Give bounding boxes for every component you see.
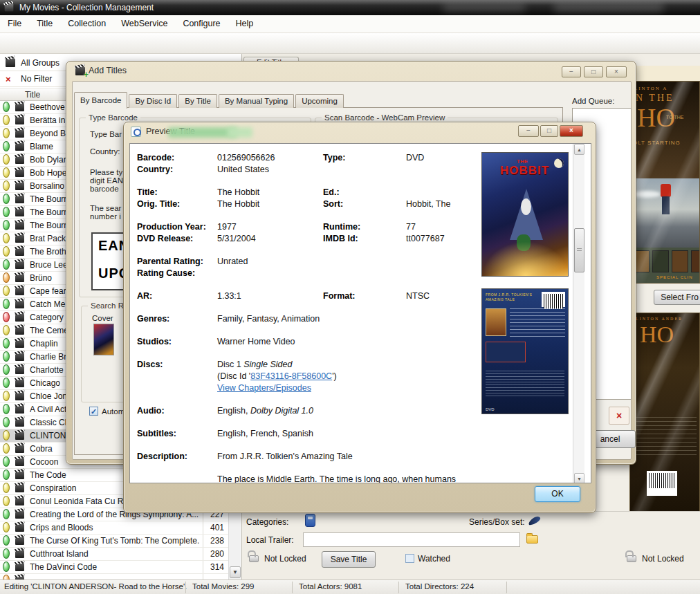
tab-by-title[interactable]: By Title	[178, 94, 217, 108]
clapperboard-icon	[15, 301, 24, 308]
categories-icon[interactable]	[305, 514, 315, 527]
list-item[interactable]: Cutthroat Island280	[0, 548, 228, 561]
lock-icon[interactable]	[627, 555, 636, 562]
scrollbar-thumb[interactable]	[574, 228, 584, 272]
tab-by-disc-id[interactable]: By Disc Id	[129, 94, 177, 108]
clapperboard-icon	[15, 196, 24, 203]
menu-help[interactable]: Help	[228, 15, 261, 33]
field-label: IMDB Id:	[323, 234, 358, 243]
watched-checkbox[interactable]	[405, 554, 414, 563]
clapperboard-icon	[15, 327, 24, 335]
maximize-icon[interactable]: □	[584, 66, 603, 77]
back-cover-image[interactable]: LINTON ANDER HO	[629, 313, 700, 526]
cover-photo	[672, 250, 688, 272]
cover-text: AMAZING TALE	[486, 297, 515, 301]
select-front-button[interactable]: Select Fro	[654, 290, 700, 305]
link[interactable]: View Chapters/Episodes	[217, 383, 311, 393]
menu-configure[interactable]: Configure	[175, 15, 228, 33]
front-cover-image[interactable]: LINTON A N THE HO TO THE OLT STARTING SP…	[629, 81, 700, 284]
remove-queue-item-button[interactable]: ×	[609, 407, 629, 425]
cover-text: TO THE	[666, 115, 683, 120]
field-value: 77	[406, 222, 416, 232]
search-hint-text: The searnumber i	[90, 204, 121, 221]
field-value: tt0077687	[406, 234, 445, 243]
cover-art	[482, 241, 569, 276]
field-value: Warner Home Video	[217, 337, 295, 346]
status-icon-yellow	[3, 522, 10, 532]
status-icon-green	[3, 509, 10, 519]
field-row: Barcode:012569056626Type:DVD	[130, 153, 479, 165]
scroll-down-icon[interactable]: ▼	[574, 473, 584, 483]
menu-file[interactable]: File	[0, 15, 29, 33]
field-value: View Chapters/Episodes	[217, 383, 311, 393]
search-result-cover-thumbnail[interactable]	[93, 324, 114, 355]
minimize-icon[interactable]: −	[562, 66, 581, 77]
minimize-icon[interactable]: −	[518, 125, 539, 137]
movie-title: The DaVinci Code	[30, 562, 199, 572]
clapperboard-icon	[15, 248, 24, 256]
field-value: 1.33:1	[217, 291, 241, 301]
status-icon-yellow	[3, 391, 10, 401]
clapperboard-icon	[15, 353, 24, 361]
field-row: AR:1.33:1Format:NTSC	[130, 291, 479, 303]
maximize-icon[interactable]: □	[540, 125, 558, 137]
clapperboard-icon	[15, 156, 24, 164]
lock-icon[interactable]	[249, 555, 259, 562]
field-value: The place is Middle Earth. The time is l…	[217, 474, 456, 483]
list-item[interactable]: Crips and Bloods401	[0, 521, 228, 535]
list-item[interactable]	[0, 574, 228, 579]
scroll-up-icon[interactable]: ▲	[574, 144, 584, 155]
movie-number: 280	[203, 549, 224, 559]
not-locked-label-left: Not Locked	[264, 554, 306, 564]
all-groups-label: All Groups	[21, 58, 59, 68]
automatic-checkbox[interactable]: ✓	[89, 407, 98, 416]
movie-title: Cutthroat Island	[30, 549, 199, 559]
clapperboard-icon	[15, 511, 24, 519]
field-value: DVD	[406, 153, 424, 163]
preview-scrollbar[interactable]: ▲ ▼	[573, 144, 584, 483]
status-total-actors: Total Actors: 9081	[299, 582, 362, 591]
cover-art	[486, 342, 526, 362]
menu-collection[interactable]: Collection	[60, 15, 113, 33]
list-item[interactable]: The Curse Of King Tut's Tomb: The Comple…	[0, 535, 228, 548]
clapperboard-icon	[15, 130, 24, 138]
field-row: Audio:English, Dolby Digital 1.0	[130, 406, 479, 418]
movie-number: 401	[203, 523, 224, 532]
tab-upcoming[interactable]: Upcoming	[295, 94, 344, 108]
app-icon	[5, 4, 14, 12]
tab-by-manual-typing[interactable]: By Manual Typing	[219, 94, 294, 108]
menu-webservice[interactable]: WebService	[113, 15, 175, 33]
field-value: Hobbit, The	[406, 199, 450, 209]
status-separator	[292, 582, 293, 593]
status-icon-yellow	[3, 430, 10, 440]
search-results-group-title: Search R	[88, 301, 127, 310]
cover-art	[486, 308, 506, 336]
scroll-down-icon[interactable]: ▼	[230, 566, 241, 578]
cover-text: LINTON ANDER	[636, 317, 683, 321]
cover-art	[636, 417, 697, 458]
clapperboard-icon	[15, 275, 24, 282]
browse-folder-icon[interactable]	[526, 535, 538, 544]
clapperboard-icon	[15, 445, 24, 453]
local-trailer-label: Local Trailer:	[246, 535, 294, 545]
local-trailer-input[interactable]	[303, 532, 520, 547]
link[interactable]: 83F43116-8F58600C	[250, 371, 332, 381]
status-icon-green	[3, 102, 10, 112]
clapperboard-icon	[15, 524, 24, 532]
cover-art	[630, 178, 700, 248]
cover-art	[661, 184, 671, 197]
save-title-button[interactable]: Save Title	[322, 551, 376, 568]
cover-photo	[691, 250, 700, 272]
status-icon-green	[3, 259, 10, 270]
tab-by-barcode[interactable]: By Barcode	[74, 92, 127, 109]
status-icon-yellow	[3, 246, 10, 257]
clapperboard-icon	[15, 380, 24, 387]
close-icon[interactable]: ×	[560, 125, 583, 137]
close-icon[interactable]: ×	[606, 66, 627, 77]
window-title: My Movies - Collection Management	[19, 0, 154, 15]
hint-line: Please ty	[90, 168, 123, 176]
ok-button[interactable]: OK	[535, 486, 580, 502]
menu-title[interactable]: Title	[29, 15, 60, 33]
clapperboard-icon	[15, 117, 24, 124]
list-item[interactable]: The DaVinci Code314	[0, 561, 228, 574]
